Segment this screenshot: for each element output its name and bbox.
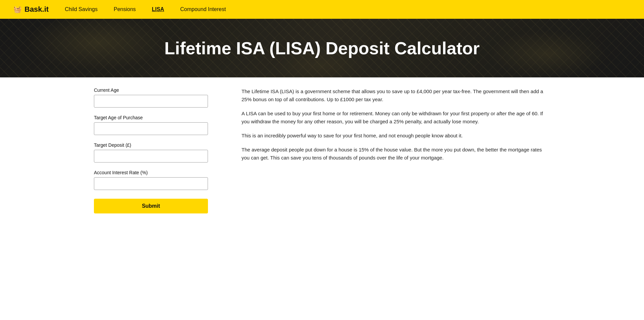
submit-button[interactable]: Submit: [94, 199, 208, 213]
form-group-interest-rate: Account Interest Rate (%): [94, 170, 208, 190]
input-target-age[interactable]: [94, 122, 208, 135]
main-content: Current AgeTarget Age of PurchaseTarget …: [87, 77, 557, 223]
hero-section: Lifetime ISA (LISA) Deposit Calculator: [0, 19, 644, 77]
info-paragraph-3: This is an incredibly powerful way to sa…: [241, 132, 550, 140]
info-section: The Lifetime ISA (LISA) is a government …: [235, 87, 557, 213]
nav-links: Child SavingsPensionsLISACompound Intere…: [65, 6, 226, 12]
info-paragraph-4: The average deposit people put down for …: [241, 146, 550, 162]
input-interest-rate[interactable]: [94, 177, 208, 190]
logo-icon: 🧺: [13, 5, 22, 13]
nav-link-compound-interest[interactable]: Compound Interest: [180, 6, 226, 12]
nav-link-child-savings[interactable]: Child Savings: [65, 6, 98, 12]
info-paragraph-1: The Lifetime ISA (LISA) is a government …: [241, 87, 550, 104]
nav-link-lisa[interactable]: LISA: [152, 6, 164, 12]
input-current-age[interactable]: [94, 95, 208, 108]
form-group-target-age: Target Age of Purchase: [94, 115, 208, 135]
form-group-target-deposit: Target Deposit (£): [94, 142, 208, 163]
logo-text: Bask.it: [24, 5, 49, 14]
form-section: Current AgeTarget Age of PurchaseTarget …: [87, 87, 215, 213]
hero-title: Lifetime ISA (LISA) Deposit Calculator: [164, 38, 480, 58]
nav-link-pensions[interactable]: Pensions: [114, 6, 136, 12]
brand-logo[interactable]: 🧺 Bask.it: [13, 5, 49, 14]
label-current-age: Current Age: [94, 87, 208, 93]
input-target-deposit[interactable]: [94, 150, 208, 163]
label-target-deposit: Target Deposit (£): [94, 142, 208, 148]
label-target-age: Target Age of Purchase: [94, 115, 208, 120]
navbar: 🧺 Bask.it Child SavingsPensionsLISACompo…: [0, 0, 644, 19]
info-paragraph-2: A LISA can be used to buy your first hom…: [241, 110, 550, 126]
label-interest-rate: Account Interest Rate (%): [94, 170, 208, 175]
form-group-current-age: Current Age: [94, 87, 208, 108]
